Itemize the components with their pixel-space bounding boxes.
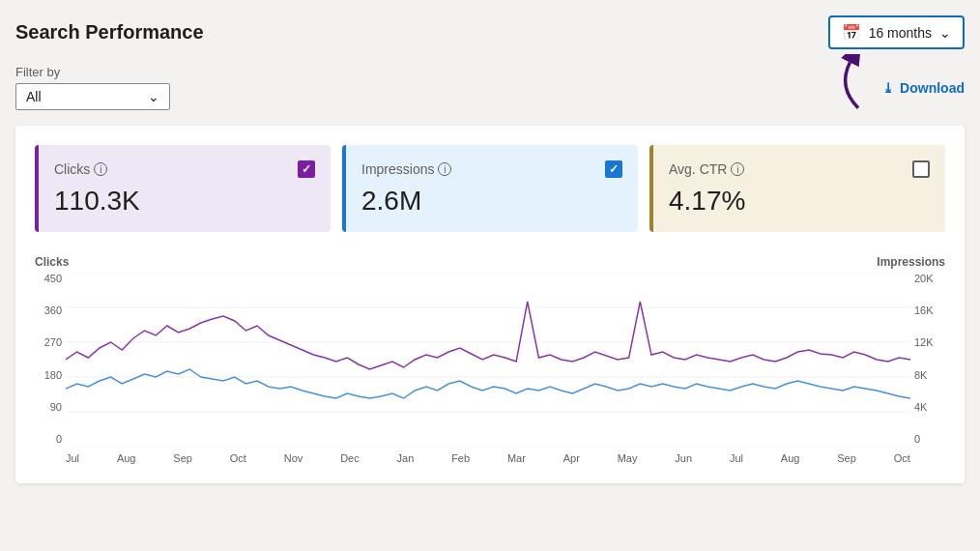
y-left-180: 180 xyxy=(44,369,62,381)
ctr-header: Avg. CTR i xyxy=(669,160,930,178)
x-axis-labels: Jul Aug Sep Oct Nov Dec Jan Feb Mar Apr … xyxy=(66,452,910,464)
y-left-360: 360 xyxy=(44,304,62,316)
chart-svg xyxy=(66,273,910,447)
clicks-metric-card: Clicks i ✓ 110.3K xyxy=(35,145,331,232)
chevron-down-icon: ⌄ xyxy=(148,89,159,104)
impressions-metric-card: Impressions i ✓ 2.6M xyxy=(342,145,638,232)
metrics-row: Clicks i ✓ 110.3K Impressions i ✓ 2.6M xyxy=(35,145,945,232)
download-label: Download xyxy=(900,80,965,96)
x-mar: Mar xyxy=(507,452,526,464)
y-right-0: 0 xyxy=(914,433,920,445)
y-right-4k: 4K xyxy=(914,401,927,413)
impressions-checkbox[interactable]: ✓ xyxy=(605,160,622,178)
y-axis-left: 450 360 270 180 90 0 xyxy=(35,273,66,464)
chart-left-label: Clicks xyxy=(35,255,69,269)
filter-section: Filter by All ⌄ xyxy=(15,65,170,110)
x-jul2: Jul xyxy=(730,452,743,464)
chart-labels-row: Clicks Impressions xyxy=(35,255,945,269)
x-apr: Apr xyxy=(563,452,580,464)
x-dec: Dec xyxy=(340,452,360,464)
clicks-info-icon[interactable]: i xyxy=(94,162,107,176)
filter-value: All xyxy=(26,89,42,104)
clicks-value: 110.3K xyxy=(54,186,315,217)
x-sep2: Sep xyxy=(837,452,856,464)
chart-area: Clicks Impressions 450 360 270 180 90 0 xyxy=(35,255,945,464)
ctr-info-icon[interactable]: i xyxy=(731,162,744,176)
main-card: Clicks i ✓ 110.3K Impressions i ✓ 2.6M xyxy=(15,126,965,483)
impressions-header: Impressions i ✓ xyxy=(361,160,622,178)
download-button[interactable]: ⤓ Download xyxy=(882,80,965,96)
impressions-info-icon[interactable]: i xyxy=(438,162,451,176)
x-nov: Nov xyxy=(284,452,303,464)
x-aug2: Aug xyxy=(781,452,800,464)
ctr-value: 4.17% xyxy=(669,186,930,217)
page-header: Search Performance 📅 16 months ⌄ xyxy=(15,15,965,49)
ctr-checkbox[interactable] xyxy=(912,160,930,178)
date-filter-button[interactable]: 📅 16 months ⌄ xyxy=(828,15,965,49)
chevron-down-icon: ⌄ xyxy=(939,25,951,41)
chart-svg-container: Jul Aug Sep Oct Nov Dec Jan Feb Mar Apr … xyxy=(66,273,910,464)
ctr-metric-card: Avg. CTR i 4.17% xyxy=(649,145,945,232)
chart-with-axes: 450 360 270 180 90 0 xyxy=(35,273,945,464)
y-left-90: 90 xyxy=(50,401,62,413)
y-right-16k: 16K xyxy=(914,304,934,316)
x-feb: Feb xyxy=(451,452,470,464)
filter-select[interactable]: All ⌄ xyxy=(15,83,170,110)
x-jul1: Jul xyxy=(66,452,79,464)
x-oct1: Oct xyxy=(230,452,246,464)
x-jun: Jun xyxy=(675,452,692,464)
x-sep1: Sep xyxy=(173,452,192,464)
x-may: May xyxy=(618,452,638,464)
checkmark-icon: ✓ xyxy=(609,162,619,176)
filter-row: Filter by All ⌄ ⤓ Download xyxy=(15,65,965,110)
x-oct2: Oct xyxy=(894,452,910,464)
download-icon: ⤓ xyxy=(882,80,894,96)
clicks-header: Clicks i ✓ xyxy=(54,160,315,178)
y-right-20k: 20K xyxy=(914,273,934,284)
chart-right-label: Impressions xyxy=(877,255,945,269)
y-right-8k: 8K xyxy=(914,369,927,381)
y-left-450: 450 xyxy=(44,273,62,284)
impressions-label: Impressions i xyxy=(361,161,451,177)
y-right-12k: 12K xyxy=(914,336,934,348)
clicks-checkbox[interactable]: ✓ xyxy=(298,160,315,178)
x-aug1: Aug xyxy=(117,452,136,464)
impressions-value: 2.6M xyxy=(361,186,622,217)
x-jan: Jan xyxy=(397,452,415,464)
y-left-0: 0 xyxy=(56,433,62,445)
filter-label: Filter by xyxy=(15,65,170,79)
y-left-270: 270 xyxy=(44,336,62,348)
calendar-icon: 📅 xyxy=(842,23,861,42)
ctr-label: Avg. CTR i xyxy=(669,161,744,177)
y-axis-right: 20K 16K 12K 8K 4K 0 xyxy=(910,273,945,464)
page-title: Search Performance xyxy=(15,21,204,44)
clicks-label: Clicks i xyxy=(54,161,107,177)
checkmark-icon: ✓ xyxy=(302,162,311,176)
date-filter-label: 16 months xyxy=(869,25,932,41)
